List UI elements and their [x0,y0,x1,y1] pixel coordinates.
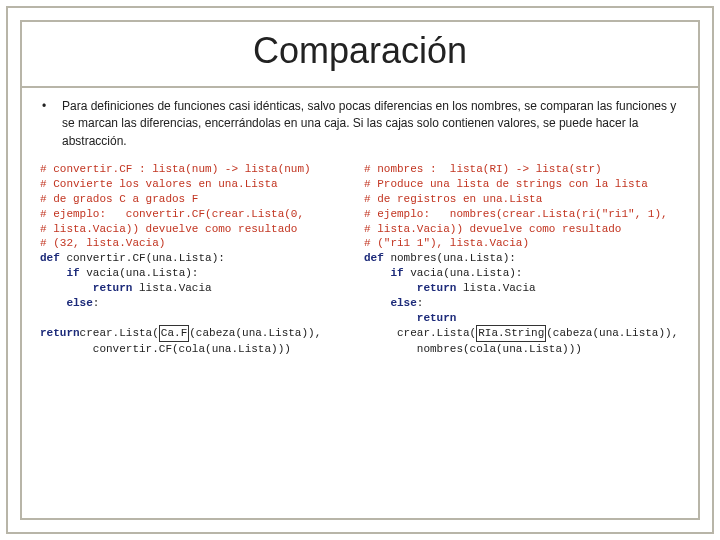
code-text: crear.Lista( [80,327,159,339]
slide-title: Comparación [40,30,680,72]
boxed-diff-right: RIa.String [476,325,546,342]
bullet-marker: • [40,98,62,150]
code-text: nombres(cola(una.Lista))) [364,343,582,355]
code-text: crear.Lista( [364,327,476,339]
comment-line: # de registros en una.Lista [364,193,542,205]
keyword-if: if [390,267,403,279]
keyword-else: else [390,297,416,309]
comment-line: # ("ri1 1"), lista.Vacia) [364,237,529,249]
code-columns: # convertir.CF : lista(num) -> lista(num… [40,162,680,357]
comment-line: # Produce una lista de strings con la li… [364,178,648,190]
code-text: (cabeza(una.Lista)), [546,327,678,339]
comment-line: # nombres : lista(RI) -> lista(str) [364,163,602,175]
keyword-return: return [93,282,133,294]
code-text: vacia(una.Lista): [80,267,199,279]
keyword-if: if [66,267,79,279]
keyword-return: return [417,282,457,294]
code-text: vacia(una.Lista): [404,267,523,279]
keyword-def: def [364,252,384,264]
keyword-def: def [40,252,60,264]
comment-line: # (32, lista.Vacia) [40,237,165,249]
code-text: : [417,297,424,309]
title-block: Comparación [40,30,680,72]
body-paragraph: Para definiciones de funciones casi idén… [62,98,680,150]
divider [22,86,698,88]
code-text: nombres(una.Lista): [384,252,516,264]
comment-line: # lista.Vacia)) devuelve como resultado [364,223,621,235]
body-row: • Para definiciones de funciones casi id… [40,98,680,150]
outer-frame: Comparación • Para definiciones de funci… [6,6,714,534]
code-text: convertir.CF(una.Lista): [60,252,225,264]
keyword-return: return [40,327,80,339]
comment-line: # convertir.CF : lista(num) -> lista(num… [40,163,311,175]
inner-frame: Comparación • Para definiciones de funci… [20,20,700,520]
comment-line: # Convierte los valores en una.Lista [40,178,278,190]
comment-line: # ejemplo: convertir.CF(crear.Lista(0, [40,208,304,220]
code-right: # nombres : lista(RI) -> lista(str) # Pr… [364,162,680,357]
code-text: convertir.CF(cola(una.Lista))) [40,343,291,355]
code-text: lista.Vacia [456,282,535,294]
code-text: lista.Vacia [132,282,211,294]
keyword-return: return [417,312,457,324]
comment-line: # lista.Vacia)) devuelve como resultado [40,223,297,235]
code-text: (cabeza(una.Lista)), [189,327,321,339]
keyword-else: else [66,297,92,309]
comment-line: # ejemplo: nombres(crear.Lista(ri("ri1",… [364,208,668,220]
comment-line: # de grados C a grados F [40,193,198,205]
code-text: : [93,297,100,309]
code-left: # convertir.CF : lista(num) -> lista(num… [40,162,356,357]
boxed-diff-left: Ca.F [159,325,189,342]
